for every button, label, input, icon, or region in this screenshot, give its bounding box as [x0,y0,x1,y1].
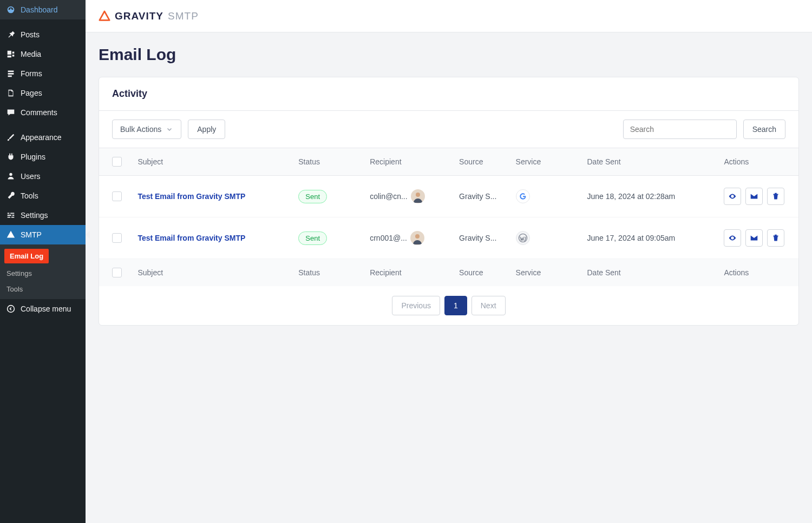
sidebar-item-media[interactable]: Media [0,44,86,64]
submenu-item-email-log[interactable]: Email Log [4,249,49,263]
previous-button[interactable]: Previous [392,296,440,315]
sidebar-item-appearance[interactable]: Appearance [0,128,86,147]
submenu: Email Log Settings Tools [0,244,86,299]
resend-button[interactable] [745,188,763,205]
tf-source[interactable]: Source [453,259,509,287]
sidebar-item-forms[interactable]: Forms [0,64,86,83]
svg-point-2 [415,234,420,239]
svg-point-1 [416,193,420,197]
th-actions: Actions [717,148,798,176]
select-all-checkbox[interactable] [112,157,122,167]
wordpress-service-icon [516,231,530,245]
gravity-icon [5,229,16,240]
pin-icon [5,29,16,40]
status-badge: Sent [298,231,327,245]
delete-button[interactable] [767,188,784,205]
forms-icon [5,68,16,79]
date-text: June 17, 2024 at 09:05am [581,217,718,259]
chevron-down-icon [166,125,173,133]
submenu-item-tools[interactable]: Tools [0,281,86,297]
eye-icon [728,191,737,201]
pages-icon [5,88,16,98]
sidebar-item-smtp[interactable]: SMTP [0,225,86,244]
tf-subject[interactable]: Subject [131,259,292,287]
next-button[interactable]: Next [472,296,506,315]
dashboard-icon [5,4,16,15]
source-text: Gravity S... [453,176,509,217]
email-log-table: Subject Status Recipient Source Service … [99,148,798,286]
tf-service[interactable]: Service [509,259,581,287]
sidebar-label: Users [21,172,41,181]
collapse-icon [5,303,16,314]
table-row: Test Email from Gravity SMTP Sent colin@… [99,176,798,217]
row-checkbox[interactable] [112,191,122,201]
card-header: Activity [99,77,798,111]
trash-icon [771,191,781,201]
avatar [411,189,425,203]
mail-icon [749,233,759,243]
mail-icon [749,191,759,201]
sidebar-item-comments[interactable]: Comments [0,103,86,122]
tf-status[interactable]: Status [292,259,363,287]
select-all-checkbox-bottom[interactable] [112,268,122,277]
sidebar-label: Collapse menu [21,304,71,313]
sidebar-item-plugins[interactable]: Plugins [0,147,86,167]
page-1-button[interactable]: 1 [444,296,467,315]
th-service[interactable]: Service [509,148,581,176]
main: GRAVITY SMTP Email Log Activity Bulk Act… [86,0,812,523]
svg-point-0 [8,306,15,313]
avatar [410,231,424,245]
row-checkbox[interactable] [112,233,122,243]
comments-icon [5,107,16,118]
th-recipient[interactable]: Recipient [363,148,453,176]
media-icon [5,49,16,59]
th-status[interactable]: Status [292,148,363,176]
subject-link[interactable]: Test Email from Gravity SMTP [137,234,245,242]
th-date[interactable]: Date Sent [581,148,718,176]
page: Email Log Activity Bulk Actions Apply Se… [86,32,812,339]
sidebar-label: Tools [21,191,38,200]
table-row: Test Email from Gravity SMTP Sent crn001… [99,217,798,259]
th-source[interactable]: Source [453,148,509,176]
sidebar-label: Dashboard [21,5,58,14]
submenu-item-settings[interactable]: Settings [0,266,86,281]
delete-button[interactable] [767,229,784,247]
resend-button[interactable] [745,229,763,247]
source-text: Gravity S... [453,217,509,259]
user-icon [5,171,16,182]
table-footer-row: Subject Status Recipient Source Service … [99,259,798,287]
sidebar-label: Forms [21,69,42,78]
view-button[interactable] [724,229,741,247]
google-service-icon [516,189,530,203]
sidebar-label: Pages [21,89,42,97]
sidebar-item-pages[interactable]: Pages [0,83,86,103]
search-input[interactable] [623,120,737,139]
subject-link[interactable]: Test Email from Gravity SMTP [137,192,245,201]
sidebar-label: SMTP [21,230,42,239]
trash-icon [771,233,781,243]
page-title: Email Log [99,45,799,64]
gravity-logo-icon [99,10,110,22]
recipient-text: colin@cn... [370,192,407,201]
logo-text: GRAVITY [115,10,163,22]
logo-subtext: SMTP [168,10,199,22]
sidebar-label: Plugins [21,153,45,161]
recipient-text: crn001@... [370,234,407,242]
view-button[interactable] [724,188,741,205]
sidebar-item-collapse[interactable]: Collapse menu [0,299,86,319]
table-header-row: Subject Status Recipient Source Service … [99,148,798,176]
search-button[interactable]: Search [743,120,785,139]
tf-recipient[interactable]: Recipient [363,259,453,287]
apply-button[interactable]: Apply [188,120,225,139]
sidebar-label: Media [21,50,41,58]
sliders-icon [5,210,16,221]
bulk-actions-dropdown[interactable]: Bulk Actions [112,120,181,139]
sidebar-item-dashboard[interactable]: Dashboard [0,0,86,19]
sidebar-item-users[interactable]: Users [0,167,86,186]
sidebar-item-settings[interactable]: Settings [0,206,86,225]
sidebar-item-posts[interactable]: Posts [0,25,86,44]
bulk-actions-label: Bulk Actions [120,125,161,134]
tf-date[interactable]: Date Sent [581,259,718,287]
sidebar-item-tools[interactable]: Tools [0,186,86,206]
th-subject[interactable]: Subject [131,148,292,176]
